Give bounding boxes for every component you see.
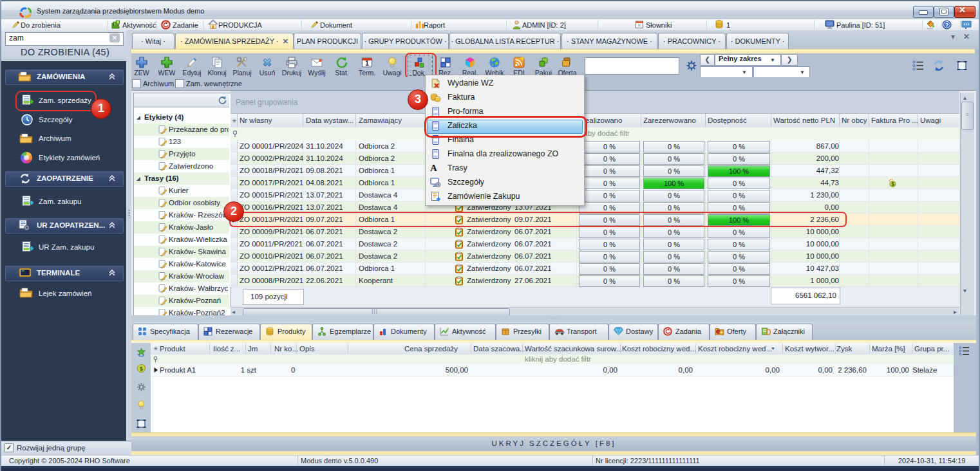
svg-text:$: $ [140,365,143,372]
svg-text:?: ? [945,22,949,28]
svg-text:1: 1 [365,60,369,67]
svg-text:$: $ [891,181,894,187]
